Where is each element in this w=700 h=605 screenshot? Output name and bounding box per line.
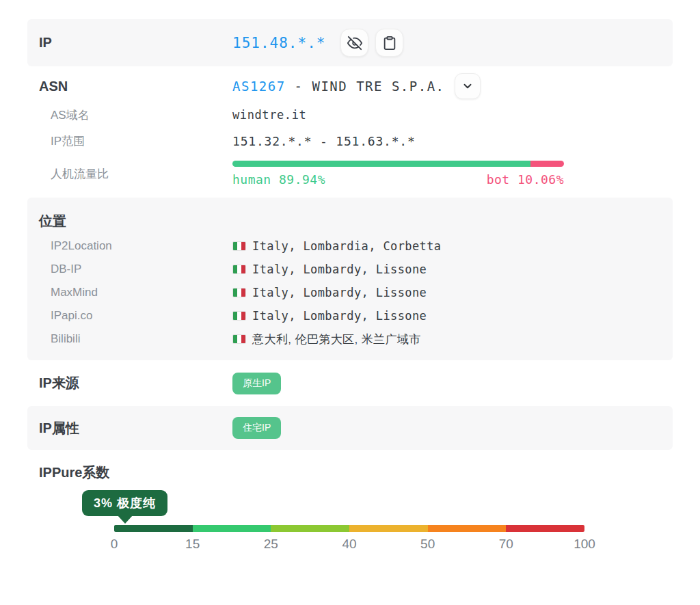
- ippure-scale-ticks: 0 15 25 40 50 70 100: [114, 537, 584, 554]
- asn-value: AS1267 - WIND TRE S.P.A.: [232, 79, 445, 94]
- location-value: Italy, Lombardia, Corbetta: [252, 239, 442, 253]
- as-domain-value: windtre.it: [232, 108, 306, 122]
- location-row-maxmind: MaxMind Italy, Lombardy, Lissone: [39, 281, 661, 304]
- traffic-ratio-widget: human 89.94% bot 10.06%: [232, 161, 564, 187]
- traffic-bot-segment: [530, 161, 564, 167]
- ip-source-label: IP来源: [39, 374, 79, 392]
- tick-label: 70: [499, 537, 513, 552]
- location-section: 位置 IP2Location Italy, Lombardia, Corbett…: [27, 198, 673, 360]
- copy-ip-button[interactable]: [375, 29, 403, 57]
- scale-segment: [428, 525, 507, 532]
- italy-flag-icon: [232, 311, 246, 321]
- ip-attribute-label: IP属性: [39, 419, 79, 438]
- tick-label: 0: [111, 537, 118, 552]
- residential-ip-badge: 住宅IP: [232, 417, 281, 439]
- eye-off-icon: [347, 36, 362, 51]
- tick-label: 50: [420, 537, 435, 552]
- asn-org-name: - WIND TRE S.P.A.: [286, 79, 445, 94]
- as-domain-row: AS域名 windtre.it: [39, 102, 661, 128]
- ip-details-page: IP 151.48.*.*: [0, 0, 700, 605]
- asn-section: ASN AS1267 - WIND TRE S.P.A. AS域名 windtr…: [27, 66, 673, 198]
- asn-label: ASN: [39, 79, 68, 94]
- location-title: 位置: [39, 207, 661, 234]
- location-value: 意大利, 伦巴第大区, 米兰广域市: [252, 332, 421, 347]
- ip-range-label: IP范围: [39, 133, 85, 149]
- scale-segment: [114, 525, 193, 532]
- clipboard-icon: [382, 36, 397, 51]
- italy-flag-icon: [232, 288, 246, 297]
- as-domain-label: AS域名: [39, 107, 90, 123]
- asn-row: ASN AS1267 - WIND TRE S.P.A.: [39, 70, 661, 102]
- italy-flag-icon: [232, 265, 246, 274]
- ip-source-row: IP来源 原生IP: [27, 360, 673, 406]
- location-row-ip2location: IP2Location Italy, Lombardia, Corbetta: [39, 234, 661, 258]
- italy-flag-icon: [232, 334, 246, 344]
- tick-label: 40: [342, 537, 356, 552]
- traffic-human-segment: [232, 161, 530, 167]
- ippure-scale-bar: [114, 525, 584, 532]
- ip-range-row: IP范围 151.32.*.* - 151.63.*.*: [39, 128, 661, 154]
- location-source-label: MaxMind: [39, 286, 98, 299]
- ip-row: IP 151.48.*.*: [27, 19, 673, 66]
- location-source-label: IPapi.co: [39, 309, 92, 323]
- ip-value-area: 151.48.*.*: [232, 29, 403, 57]
- ippure-gauge: 3% 极度纯 0 15 25 40 50 70 100: [114, 490, 584, 554]
- scale-segment: [349, 525, 428, 532]
- ippure-title: IPPure系数: [39, 463, 661, 482]
- tick-label: 15: [185, 537, 200, 552]
- traffic-ratio-row: 人机流量比 human 89.94% bot 10.06%: [39, 154, 661, 193]
- tick-label: 25: [264, 537, 278, 552]
- ip-attribute-row: IP属性 住宅IP: [27, 406, 673, 450]
- location-row-ipapi: IPapi.co Italy, Lombardy, Lissone: [39, 304, 661, 327]
- ippure-score-tooltip: 3% 极度纯: [82, 490, 167, 516]
- chevron-down-icon: [461, 80, 474, 92]
- scale-segment: [271, 525, 349, 532]
- ip-label-col: IP: [39, 35, 232, 51]
- location-value: Italy, Lombardy, Lissone: [252, 286, 427, 299]
- traffic-bot-label: bot 10.06%: [487, 172, 564, 187]
- location-source-label: DB-IP: [39, 263, 81, 276]
- traffic-human-label: human 89.94%: [232, 172, 325, 187]
- asn-number-link[interactable]: AS1267: [232, 79, 286, 94]
- ippure-section: IPPure系数 3% 极度纯 0 15 25 40 50 70 100: [27, 450, 673, 554]
- scale-segment: [506, 525, 584, 532]
- hide-ip-button[interactable]: [340, 29, 368, 57]
- traffic-ratio-label: 人机流量比: [39, 166, 109, 182]
- location-row-dbip: DB-IP Italy, Lombardy, Lissone: [39, 258, 661, 281]
- ip-value[interactable]: 151.48.*.*: [232, 35, 325, 51]
- ip-label: IP: [39, 35, 52, 51]
- scale-segment: [193, 525, 271, 532]
- location-source-label: IP2Location: [39, 239, 112, 253]
- location-source-label: Bilibili: [39, 332, 80, 346]
- location-row-bilibili: Bilibili 意大利, 伦巴第大区, 米兰广域市: [39, 327, 661, 351]
- traffic-ratio-bar: [232, 161, 564, 167]
- tick-label: 100: [574, 537, 595, 552]
- location-value: Italy, Lombardy, Lissone: [252, 263, 427, 276]
- native-ip-badge: 原生IP: [232, 373, 281, 394]
- asn-expand-button[interactable]: [455, 73, 481, 99]
- italy-flag-icon: [232, 241, 246, 251]
- ip-range-value: 151.32.*.* - 151.63.*.*: [232, 134, 416, 148]
- location-value: Italy, Lombardy, Lissone: [252, 309, 427, 323]
